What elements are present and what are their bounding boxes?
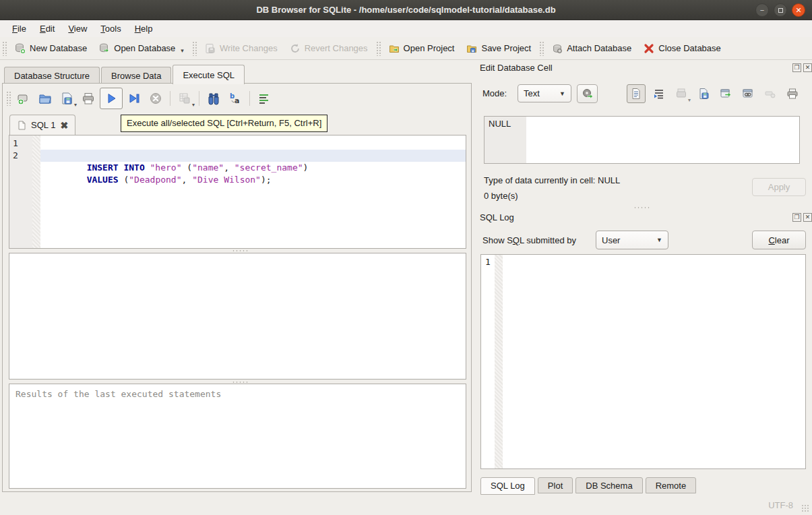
word-wrap-button[interactable] xyxy=(650,84,668,103)
cell-editor[interactable]: NULL xyxy=(484,116,800,164)
execute-sql-page: ▾ xyxy=(2,83,472,492)
link-button[interactable] xyxy=(739,84,757,103)
log-filter-label: Show SQL submitted by xyxy=(482,235,576,245)
execute-all-button[interactable] xyxy=(100,88,123,109)
print-sql-button[interactable] xyxy=(78,88,98,109)
open-file-button: ▾ xyxy=(672,84,691,103)
menu-tools[interactable]: Tools xyxy=(94,22,127,36)
cell-editor-content[interactable] xyxy=(526,117,799,163)
close-icon[interactable]: ✕ xyxy=(803,63,812,72)
write-changes-icon xyxy=(205,43,216,54)
new-sql-tab-icon xyxy=(17,92,30,105)
find-replace-button[interactable]: b a xyxy=(225,88,245,109)
svg-text:a: a xyxy=(235,96,239,105)
tab-db-schema[interactable]: DB Schema xyxy=(575,477,642,493)
results-table-pane[interactable] xyxy=(9,253,466,380)
open-file-dropdown-icon: ▾ xyxy=(688,97,691,103)
open-database-icon xyxy=(99,43,110,54)
open-project-icon xyxy=(389,43,400,54)
execute-current-line-icon xyxy=(127,92,141,105)
separator xyxy=(199,91,199,106)
cell-null-label: NULL xyxy=(489,119,511,129)
sql-log-view[interactable]: 1 xyxy=(480,254,806,469)
splitter-handle[interactable] xyxy=(232,249,249,252)
code-line[interactable]: 1 INSERT INTO "hero" ("name", "secret_na… xyxy=(9,138,466,150)
format-sql-button[interactable] xyxy=(254,88,274,109)
revert-changes-button: Revert Changes xyxy=(284,40,374,57)
close-icon[interactable]: ✕ xyxy=(792,3,805,17)
new-sql-tab-button[interactable] xyxy=(13,88,34,109)
tab-browse-data[interactable]: Browse Data xyxy=(101,67,171,84)
tab-plot[interactable]: Plot xyxy=(538,477,573,493)
resize-grip[interactable] xyxy=(801,504,809,512)
save-sql-file-icon xyxy=(60,92,73,105)
dock-splitter-handle[interactable] xyxy=(633,206,651,209)
minimize-icon[interactable]: − xyxy=(755,3,769,17)
tab-execute-sql[interactable]: Execute SQL xyxy=(173,65,245,84)
sql-editor[interactable]: 1 INSERT INTO "hero" ("name", "secret_na… xyxy=(9,135,466,249)
close-icon[interactable]: ✕ xyxy=(803,213,812,222)
new-database-button[interactable]: New Database xyxy=(9,40,93,57)
toolbar-grip[interactable] xyxy=(539,41,544,56)
find-button[interactable] xyxy=(204,88,224,109)
document-icon xyxy=(17,121,26,130)
toolbar-grip[interactable] xyxy=(2,41,7,56)
sql-document-tab[interactable]: SQL 1 ✖ xyxy=(9,115,75,135)
open-sql-file-icon xyxy=(38,92,52,105)
set-null-button xyxy=(761,84,780,103)
open-file-icon xyxy=(675,88,687,100)
open-database-button[interactable]: Open Database ▾ xyxy=(93,40,190,57)
cell-editor-gutter: NULL xyxy=(485,117,526,163)
sql-log-dock-buttons: ❐ ✕ xyxy=(792,213,812,222)
close-database-button[interactable]: Close Database xyxy=(637,40,727,57)
line-number: 1 xyxy=(13,138,18,150)
menu-view[interactable]: View xyxy=(61,22,94,36)
save-file-button[interactable] xyxy=(694,84,713,103)
mode-select[interactable]: Text ▼ xyxy=(518,84,571,102)
tab-sql-log[interactable]: SQL Log xyxy=(480,477,535,495)
menu-help[interactable]: Help xyxy=(128,22,160,36)
menu-edit[interactable]: Edit xyxy=(33,22,61,36)
sql-toolbar-grip[interactable] xyxy=(6,91,11,106)
import-data-button[interactable] xyxy=(577,84,598,103)
word-wrap-icon xyxy=(653,88,665,100)
results-log-pane[interactable]: Results of the last executed statements xyxy=(9,384,466,489)
clear-log-button[interactable]: Clear xyxy=(752,231,806,249)
revert-changes-icon xyxy=(290,43,301,54)
save-project-button[interactable]: Save Project xyxy=(460,40,537,57)
tab-database-structure[interactable]: Database Structure xyxy=(4,67,100,84)
attach-database-button[interactable]: Attach Database xyxy=(546,40,637,57)
close-tab-icon[interactable]: ✖ xyxy=(60,120,68,131)
toolbar-grip[interactable] xyxy=(192,41,197,56)
window-title: DB Browser for SQLite - /home/user/code/… xyxy=(256,5,555,15)
open-database-dropdown-icon[interactable]: ▾ xyxy=(181,47,184,54)
float-icon[interactable]: ❐ xyxy=(792,213,801,222)
save-sql-dropdown-icon[interactable]: ▾ xyxy=(74,102,77,108)
log-filter-value: User xyxy=(602,235,620,245)
text-mode-button[interactable] xyxy=(627,84,646,103)
cell-size-text: 0 byte(s) xyxy=(484,191,518,201)
main-toolbar: New Database Open Database ▾ Write Chang… xyxy=(0,37,812,60)
maximize-icon[interactable] xyxy=(774,3,787,17)
toolbar-grip[interactable] xyxy=(376,41,381,56)
export-button[interactable] xyxy=(716,84,735,103)
main-tab-bar: Database Structure Browse Data Execute S… xyxy=(4,65,246,84)
open-sql-file-button[interactable] xyxy=(35,88,55,109)
text-mode-icon xyxy=(630,88,642,100)
attach-database-icon xyxy=(552,43,563,54)
save-sql-file-button[interactable]: ▾ xyxy=(57,88,77,109)
print-cell-button[interactable] xyxy=(783,84,802,103)
code-area[interactable]: 1 INSERT INTO "hero" ("name", "secret_na… xyxy=(9,138,466,162)
sql-log-panel-title: SQL Log xyxy=(480,212,514,222)
write-changes-button: Write Changes xyxy=(199,40,284,57)
code-line-current[interactable]: 2 VALUES ("Deadpond", "Dive Wilson"); xyxy=(9,150,466,162)
tab-remote[interactable]: Remote xyxy=(646,477,697,493)
save-results-dropdown-icon: ▾ xyxy=(192,102,195,108)
save-results-button: ▾ xyxy=(175,88,195,109)
open-project-button[interactable]: Open Project xyxy=(383,40,461,57)
log-filter-select[interactable]: User ▼ xyxy=(596,231,668,249)
float-icon[interactable]: ❐ xyxy=(792,63,801,72)
execute-current-line-button[interactable] xyxy=(124,88,144,109)
find-replace-icon: b a xyxy=(228,92,242,105)
menu-file[interactable]: File xyxy=(5,22,33,36)
